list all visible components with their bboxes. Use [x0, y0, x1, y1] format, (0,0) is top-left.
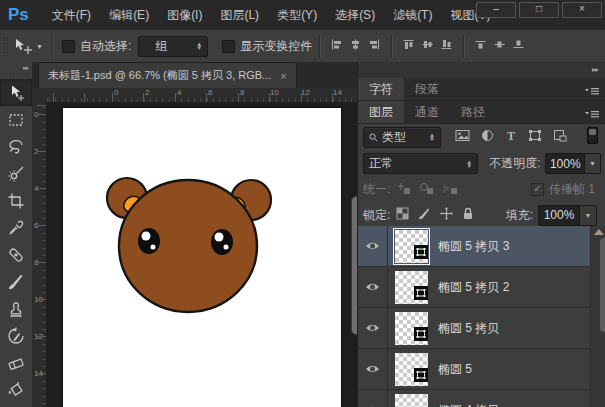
eraser-tool[interactable] [0, 349, 32, 376]
layer-name[interactable]: 椭圆 5 拷贝 3 [438, 238, 509, 255]
layer-row[interactable]: 椭圆 5 拷贝 2 [358, 267, 605, 308]
layer-row[interactable]: 椭圆 5 拷贝 3 [358, 226, 605, 267]
type-layer-filter-icon[interactable]: T [505, 128, 517, 146]
document-tab[interactable]: 未标题-1.psd @ 66.7% (椭圆 5 拷贝 3, RGB... × [38, 62, 297, 88]
align-vertical-centers-icon[interactable] [421, 37, 434, 55]
ruler-origin-corner[interactable] [32, 88, 47, 103]
fill-dropdown-icon[interactable]: ▼ [580, 205, 597, 226]
shape-layer-filter-icon[interactable] [528, 128, 542, 146]
visibility-toggle[interactable] [358, 267, 388, 307]
fill-label: 填充: [506, 207, 533, 224]
menu-filter[interactable]: 滤镜(T) [384, 0, 441, 30]
tab-close-icon[interactable]: × [280, 70, 286, 82]
layer-row[interactable]: 椭圆 5 [358, 349, 605, 390]
move-tool[interactable] [0, 79, 32, 106]
layer-name[interactable]: 椭圆 5 [438, 361, 472, 378]
distribute-top-edges-icon[interactable] [474, 37, 487, 55]
align-right-edges-icon[interactable] [368, 37, 381, 55]
opacity-dropdown-icon[interactable]: ▼ [585, 153, 601, 174]
lock-all-icon[interactable] [462, 206, 474, 224]
opacity-value[interactable]: 100% [545, 153, 585, 174]
crop-tool[interactable] [0, 187, 32, 214]
layer-name[interactable]: 椭圆 5 拷贝 [438, 320, 499, 337]
canvas-page[interactable] [63, 108, 341, 407]
fill-value[interactable]: 100% [538, 205, 580, 226]
pixel-layer-filter-icon[interactable] [455, 128, 470, 146]
unify-position-icon[interactable] [396, 181, 411, 199]
layer-thumbnail[interactable] [395, 353, 428, 386]
auto-select-checkbox[interactable] [62, 40, 75, 53]
smart-object-filter-icon[interactable] [553, 128, 567, 146]
brush-tool[interactable] [0, 268, 32, 295]
menu-select[interactable]: 选择(S) [326, 0, 384, 30]
paint-bucket-tool[interactable] [0, 376, 32, 403]
spot-healing-brush-tool[interactable] [0, 241, 32, 268]
vertical-ruler[interactable]: 0 2 4 6 8 10 12 14 [32, 102, 47, 407]
eyedropper-tool[interactable] [0, 214, 32, 241]
menu-type[interactable]: 类型(Y) [268, 0, 326, 30]
layer-row[interactable]: 椭圆 5 拷贝 [358, 308, 605, 349]
align-top-edges-icon[interactable] [402, 37, 415, 55]
menu-edit[interactable]: 编辑(E) [100, 0, 158, 30]
align-left-edges-icon[interactable] [330, 37, 343, 55]
align-horizontal-centers-icon[interactable] [349, 37, 362, 55]
panel-menu-icon[interactable] [585, 105, 599, 123]
distribute-bottom-edges-icon[interactable] [512, 37, 525, 55]
layer-thumbnail[interactable] [395, 230, 428, 263]
tools-collapse-icon[interactable]: ▸▸ [0, 62, 32, 73]
layer-name[interactable]: 椭圆 4 拷贝 [438, 402, 499, 407]
tab-channels[interactable]: 通道 [404, 101, 450, 123]
filter-toggle-switch[interactable] [587, 127, 598, 148]
ruler-label: 6 [208, 88, 212, 97]
rectangular-marquee-tool[interactable] [0, 106, 32, 133]
maximize-button[interactable]: □ [519, 2, 559, 18]
collapse-panels-icon[interactable]: ▸▸ [592, 65, 598, 74]
lock-position-icon[interactable] [440, 206, 453, 224]
layers-scrollbar[interactable] [590, 226, 605, 407]
canvas-vertical-scrollbar[interactable] [343, 102, 355, 407]
quick-selection-tool[interactable] [0, 160, 32, 187]
adjustment-layer-filter-icon[interactable] [481, 128, 494, 146]
panel-menu-icon[interactable] [585, 82, 599, 100]
visibility-toggle[interactable] [358, 390, 388, 407]
align-bottom-edges-icon[interactable] [440, 37, 453, 55]
panel-dock: ▸▸ 字符 段落 图层 通道 路径 类型 ▲▼ T 正常 ▲▼ 不透明度: [357, 62, 605, 407]
show-transform-checkbox[interactable] [222, 40, 235, 53]
lasso-tool[interactable] [0, 133, 32, 160]
layer-name[interactable]: 椭圆 5 拷贝 2 [438, 279, 509, 296]
canvas-viewport[interactable] [46, 102, 357, 407]
blend-mode-dropdown[interactable]: 正常 ▲▼ [363, 153, 478, 174]
visibility-toggle[interactable] [358, 226, 388, 266]
layer-row[interactable]: 椭圆 4 拷贝 [358, 390, 605, 407]
minimize-button[interactable]: – [476, 2, 516, 18]
layer-thumbnail[interactable] [395, 271, 428, 304]
tool-preset-dropdown-icon[interactable]: ▼ [36, 43, 43, 50]
close-button[interactable]: × [562, 2, 602, 18]
tab-layers[interactable]: 图层 [358, 101, 404, 123]
distribute-vertical-centers-icon[interactable] [493, 37, 506, 55]
filter-kind-dropdown[interactable]: 类型 ▲▼ [363, 127, 441, 148]
clone-stamp-tool[interactable] [0, 295, 32, 322]
scroll-up-icon[interactable] [594, 229, 604, 235]
layer-thumbnail[interactable] [395, 312, 428, 345]
unify-style-icon[interactable]: fx [442, 181, 458, 199]
layer-thumbnail[interactable] [395, 394, 428, 407]
lock-image-pixels-icon[interactable] [418, 206, 431, 224]
ruler-label: 0 [114, 88, 118, 97]
tab-paths[interactable]: 路径 [450, 101, 496, 123]
scrollbar-thumb[interactable] [600, 238, 605, 332]
menu-file[interactable]: 文件(F) [43, 0, 100, 30]
history-brush-tool[interactable] [0, 322, 32, 349]
horizontal-ruler[interactable]: 0 2 4 6 8 10 12 14 [46, 88, 357, 103]
auto-select-dropdown[interactable]: 组 ▲▼ [138, 36, 208, 57]
lock-transparent-pixels-icon[interactable] [396, 206, 409, 224]
visibility-toggle[interactable] [358, 308, 388, 348]
tab-character[interactable]: 字符 [358, 78, 404, 100]
menu-image[interactable]: 图像(I) [158, 0, 211, 30]
visibility-toggle[interactable] [358, 349, 388, 389]
propagate-frame-checkbox[interactable]: ✓ [531, 183, 544, 196]
menu-layer[interactable]: 图层(L) [211, 0, 268, 30]
opacity-label: 不透明度: [489, 155, 540, 172]
unify-visibility-icon[interactable] [419, 181, 434, 199]
tab-paragraph[interactable]: 段落 [404, 78, 450, 100]
